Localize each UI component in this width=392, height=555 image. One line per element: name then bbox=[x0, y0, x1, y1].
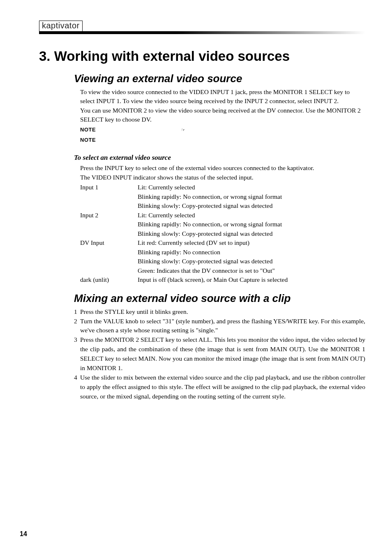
table-row: Green: Indicates that the DV connector i… bbox=[80, 266, 365, 275]
item-text: Press the STYLE key until it blinks gree… bbox=[80, 307, 365, 317]
row-label bbox=[80, 266, 138, 275]
note-label: NOTE bbox=[80, 137, 96, 143]
list-item: 3Press the MONITOR 2 SELECT key to selec… bbox=[74, 335, 365, 373]
row-label bbox=[80, 229, 138, 238]
mixing-list: 1Press the STYLE key until it blinks gre… bbox=[74, 307, 365, 401]
note-2: NOTE bbox=[80, 135, 365, 145]
row-label: DV Input bbox=[80, 238, 138, 247]
select-p1: Press the INPUT key to select one of the… bbox=[80, 164, 365, 173]
table-row: Blinking rapidly: No connection, or wron… bbox=[80, 192, 365, 201]
item-text: Press the MONITOR 2 SELECT key to select… bbox=[80, 335, 365, 373]
list-item: 2Turn the VALUE knob to select "31" (sty… bbox=[74, 317, 365, 336]
note-label: NOTE bbox=[80, 127, 96, 133]
row-value: Blinking slowly: Copy-protected signal w… bbox=[138, 257, 365, 266]
row-value: Blinking slowly: Copy-protected signal w… bbox=[138, 201, 365, 210]
select-body: Press the INPUT key to select one of the… bbox=[80, 164, 365, 284]
status-table: Input 1Lit: Currently selected Blinking … bbox=[80, 183, 365, 284]
row-label bbox=[80, 192, 138, 201]
item-number: 3 bbox=[74, 335, 80, 373]
table-row: Blinking slowly: Copy-protected signal w… bbox=[80, 229, 365, 238]
list-item: 1Press the STYLE key until it blinks gre… bbox=[74, 307, 365, 317]
item-number: 1 bbox=[74, 307, 80, 317]
item-number: 2 bbox=[74, 317, 80, 336]
table-row: Blinking slowly: Copy-protected signal w… bbox=[80, 257, 365, 266]
row-value: Input is off (black screen), or Main Out… bbox=[138, 275, 365, 284]
row-value: Blinking rapidly: No connection bbox=[138, 248, 365, 257]
page-header: kaptivator bbox=[39, 21, 365, 34]
row-label bbox=[80, 201, 138, 210]
row-value: Lit red: Currently selected (DV set to i… bbox=[138, 238, 365, 247]
table-row: Input 2Lit: Currently selected bbox=[80, 211, 365, 220]
table-row: DV InputLit red: Currently selected (DV … bbox=[80, 238, 365, 247]
table-row: Blinking slowly: Copy-protected signal w… bbox=[80, 201, 365, 210]
row-value: Blinking slowly: Copy-protected signal w… bbox=[138, 229, 365, 238]
mixing-heading: Mixing an external video source with a c… bbox=[74, 292, 365, 305]
viewing-p1: To view the video source connected to th… bbox=[80, 88, 365, 106]
viewing-heading: Viewing an external video source bbox=[74, 72, 365, 85]
item-number: 4 bbox=[74, 373, 80, 401]
select-heading: To select an external video source bbox=[74, 154, 365, 162]
note-1: NOTE ☞ bbox=[80, 124, 365, 135]
row-value: Lit: Currently selected bbox=[138, 183, 365, 192]
item-text: Turn the VALUE knob to select "31" (styl… bbox=[80, 317, 365, 336]
row-value: Blinking rapidly: No connection, or wron… bbox=[138, 192, 365, 201]
page-number: 14 bbox=[20, 530, 27, 538]
pointer-icon: ☞ bbox=[181, 127, 185, 132]
item-text: Use the slider to mix between the extern… bbox=[80, 373, 365, 401]
table-row: dark (unlit)Input is off (black screen),… bbox=[80, 275, 365, 284]
row-label bbox=[80, 220, 138, 229]
logo: kaptivator bbox=[39, 21, 83, 32]
viewing-p2: You can use MONITOR 2 to view the video … bbox=[80, 106, 365, 124]
row-label: dark (unlit) bbox=[80, 275, 138, 284]
header-rule bbox=[39, 31, 365, 34]
row-value: Green: Indicates that the DV connector i… bbox=[138, 266, 365, 275]
list-item: 4Use the slider to mix between the exter… bbox=[74, 373, 365, 401]
table-row: Input 1Lit: Currently selected bbox=[80, 183, 365, 192]
select-p2: The VIDEO INPUT indicator shows the stat… bbox=[80, 173, 365, 182]
section-title: 3. Working with external video sources bbox=[39, 48, 365, 64]
table-row: Blinking rapidly: No connection, or wron… bbox=[80, 220, 365, 229]
row-label: Input 1 bbox=[80, 183, 138, 192]
row-label bbox=[80, 248, 138, 257]
viewing-body: To view the video source connected to th… bbox=[80, 88, 365, 145]
row-label: Input 2 bbox=[80, 211, 138, 220]
row-label bbox=[80, 257, 138, 266]
row-value: Lit: Currently selected bbox=[138, 211, 365, 220]
table-row: Blinking rapidly: No connection bbox=[80, 248, 365, 257]
row-value: Blinking rapidly: No connection, or wron… bbox=[138, 220, 365, 229]
